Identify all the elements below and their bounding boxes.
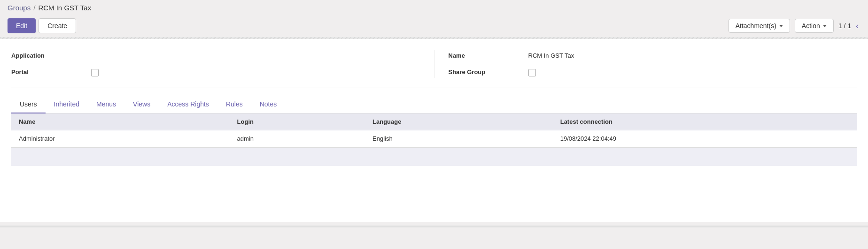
form-left-col: Application Portal [11,50,420,78]
breadcrumb: Groups / RCM In GST Tax [0,0,868,15]
attachments-label: Attachment(s) [736,22,776,30]
tab-views[interactable]: Views [124,96,159,113]
table-footer [11,147,857,166]
tab-access-rights[interactable]: Access Rights [159,96,217,113]
form-area: Application Portal Name RCM In GST Tax S… [0,39,868,222]
pagination: 1 / 1 ‹ [838,21,860,31]
table-row[interactable]: Administrator admin English 19/08/2024 2… [11,130,857,147]
col-language: Language [365,113,553,130]
action-chevron-icon [823,25,827,27]
pagination-text: 1 / 1 [838,22,851,30]
name-value: RCM In GST Tax [528,52,857,59]
breadcrumb-separator: / [33,4,35,12]
edit-button[interactable]: Edit [8,18,36,33]
toolbar-right: Attachment(s) Action 1 / 1 ‹ [728,19,860,33]
portal-checkbox-input[interactable] [91,69,99,76]
form-fields: Application Portal Name RCM In GST Tax S… [11,50,857,88]
cell-latest-connection: 19/08/2024 22:04:49 [553,130,857,147]
cell-language: English [365,130,553,147]
application-label: Application [11,52,86,59]
col-login: Login [230,113,365,130]
breadcrumb-current: RCM In GST Tax [38,4,91,12]
form-col-divider [434,50,434,78]
attachments-chevron-icon [779,25,783,27]
breadcrumb-parent-link[interactable]: Groups [8,4,31,12]
share-group-label: Share Group [449,68,524,75]
users-table: Name Login Language Latest connection Ad… [11,113,857,147]
tab-users[interactable]: Users [11,96,46,113]
tab-notes[interactable]: Notes [251,96,286,113]
action-dropdown[interactable]: Action [795,19,834,33]
toolbar-left: Edit Create [8,18,76,33]
tab-rules[interactable]: Rules [217,96,251,113]
share-group-checkbox-input[interactable] [528,69,536,76]
pagination-prev-button[interactable]: ‹ [854,21,860,31]
page-bottom-line [0,226,868,227]
tab-inherited[interactable]: Inherited [46,96,88,113]
create-button[interactable]: Create [39,18,76,33]
col-latest-connection: Latest connection [553,113,857,130]
portal-label: Portal [11,68,86,75]
tabs-bar: Users Inherited Menus Views Access Right… [11,96,857,113]
cell-login: admin [230,130,365,147]
col-name: Name [11,113,230,130]
table-header-row: Name Login Language Latest connection [11,113,857,130]
action-label: Action [802,22,820,30]
share-group-checkbox[interactable] [528,68,857,76]
name-label: Name [449,52,524,59]
tab-menus[interactable]: Menus [88,96,124,113]
attachments-dropdown[interactable]: Attachment(s) [728,19,790,33]
portal-checkbox[interactable] [91,68,420,76]
cell-name: Administrator [11,130,230,147]
form-right-col: Name RCM In GST Tax Share Group [449,50,857,78]
toolbar: Edit Create Attachment(s) Action 1 / 1 ‹ [0,15,868,37]
